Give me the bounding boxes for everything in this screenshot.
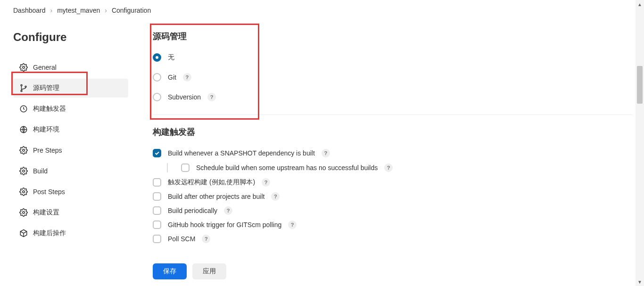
sidebar-item-5[interactable]: Build [13, 162, 128, 180]
help-icon[interactable]: ? [224, 206, 232, 215]
content: 源码管理 无Git?Subversion? 构建触发器 Build whenev… [141, 31, 644, 281]
checkbox-trigger-0[interactable] [153, 149, 161, 157]
scm-option-row: 无 [153, 53, 633, 62]
section-title-triggers: 构建触发器 [153, 126, 633, 138]
checkbox-label: Build after other projects are built [168, 193, 264, 200]
checkbox-trigger-3[interactable] [153, 192, 161, 201]
svg-point-2 [21, 90, 22, 92]
svg-point-6 [23, 149, 25, 152]
scm-option-row: Subversion? [153, 93, 633, 101]
branch-icon [19, 83, 28, 93]
sidebar-item-8[interactable]: 构建后操作 [13, 224, 128, 243]
sidebar-item-label: 源码管理 [33, 84, 59, 92]
breadcrumb: Dashboard › mytest_maven › Configuration [0, 0, 644, 21]
globe-icon [19, 125, 28, 134]
checkbox-label: Build periodically [168, 207, 217, 214]
checkbox-label: 触发远程构建 (例如,使用脚本) [168, 178, 255, 187]
radio-label: Git [168, 74, 176, 81]
radio-label: 无 [168, 53, 174, 62]
help-icon[interactable]: ? [384, 163, 393, 172]
checkbox-label: Poll SCM [168, 235, 195, 243]
scrollbar-vertical[interactable]: ▲ ▼ [636, 0, 644, 286]
breadcrumb-item[interactable]: Configuration [112, 7, 151, 14]
gear-icon [19, 208, 28, 217]
checkbox-label: Build whenever a SNAPSHOT dependency is … [168, 149, 315, 157]
trigger-row: Schedule build when some upstream has no… [167, 163, 633, 172]
apply-button[interactable]: 应用 [192, 263, 226, 279]
sidebar-item-0[interactable]: General [13, 58, 128, 77]
sidebar: Configure General源码管理构建触发器构建环境Pre StepsB… [0, 31, 141, 281]
sidebar-item-label: 构建触发器 [33, 105, 66, 113]
chevron-right-icon: › [105, 7, 107, 14]
trigger-row: Build after other projects are built? [153, 192, 633, 201]
gear-icon [19, 187, 28, 196]
help-icon[interactable]: ? [262, 178, 270, 187]
help-icon[interactable]: ? [322, 149, 330, 157]
help-icon[interactable]: ? [271, 192, 280, 201]
checkbox-label: GitHub hook trigger for GITScm polling [168, 221, 281, 229]
checkbox-trigger-1[interactable] [181, 163, 190, 172]
checkbox-label: Schedule build when some upstream has no… [196, 164, 378, 172]
indent-bar [167, 163, 168, 172]
scroll-down-icon[interactable]: ▼ [636, 278, 644, 286]
checkbox-trigger-4[interactable] [153, 206, 161, 215]
svg-point-0 [23, 66, 25, 69]
sidebar-item-label: General [33, 64, 57, 71]
sidebar-item-1[interactable]: 源码管理 [13, 79, 128, 98]
trigger-row: Poll SCM? [153, 235, 633, 243]
sidebar-item-label: 构建后操作 [33, 229, 66, 237]
svg-point-3 [25, 86, 26, 88]
save-button[interactable]: 保存 [153, 263, 187, 279]
radio-scm-0[interactable] [153, 53, 161, 62]
trigger-row: Build periodically? [153, 206, 633, 215]
trigger-row: GitHub hook trigger for GITScm polling? [153, 221, 633, 229]
radio-label: Subversion [168, 93, 201, 101]
scroll-up-icon[interactable]: ▲ [636, 0, 644, 8]
clock-icon [19, 104, 28, 114]
checkbox-trigger-6[interactable] [153, 235, 161, 243]
radio-scm-1[interactable] [153, 73, 161, 82]
triggers-checklist: Build whenever a SNAPSHOT dependency is … [153, 149, 633, 243]
page-title: Configure [13, 31, 128, 44]
radio-scm-2[interactable] [153, 93, 161, 101]
help-icon[interactable]: ? [183, 73, 191, 82]
breadcrumb-item[interactable]: Dashboard [13, 7, 46, 14]
sidebar-item-7[interactable]: 构建设置 [13, 203, 128, 222]
sidebar-item-3[interactable]: 构建环境 [13, 120, 128, 139]
gear-icon [19, 166, 28, 176]
sidebar-item-label: 构建设置 [33, 208, 59, 217]
gear-icon [19, 63, 28, 72]
sidebar-item-label: 构建环境 [33, 125, 59, 134]
svg-point-1 [21, 85, 22, 86]
checkbox-trigger-5[interactable] [153, 221, 161, 229]
chevron-right-icon: › [50, 7, 53, 14]
sidebar-item-4[interactable]: Pre Steps [13, 141, 128, 160]
sidebar-item-label: Build [33, 167, 48, 175]
help-icon[interactable]: ? [288, 221, 297, 229]
help-icon[interactable]: ? [207, 93, 216, 101]
svg-point-7 [23, 170, 25, 172]
package-icon [19, 229, 28, 238]
gear-icon [19, 146, 28, 155]
checkbox-trigger-2[interactable] [153, 178, 161, 187]
trigger-row: 触发远程构建 (例如,使用脚本)? [153, 178, 633, 187]
scroll-thumb[interactable] [637, 66, 643, 104]
sidebar-item-6[interactable]: Post Steps [13, 182, 128, 201]
footer-buttons: 保存 应用 [153, 263, 226, 279]
scm-option-row: Git? [153, 73, 633, 82]
help-icon[interactable]: ? [202, 235, 210, 243]
trigger-row: Build whenever a SNAPSHOT dependency is … [153, 149, 633, 157]
sidebar-item-label: Pre Steps [33, 147, 62, 154]
breadcrumb-item[interactable]: mytest_maven [57, 7, 100, 14]
svg-point-9 [23, 212, 25, 214]
section-title-scm: 源码管理 [153, 31, 633, 42]
divider [153, 114, 633, 115]
sidebar-item-2[interactable]: 构建触发器 [13, 99, 128, 118]
svg-point-8 [23, 191, 25, 193]
scm-radio-group: 无Git?Subversion? [153, 53, 633, 101]
sidebar-item-label: Post Steps [33, 188, 65, 196]
